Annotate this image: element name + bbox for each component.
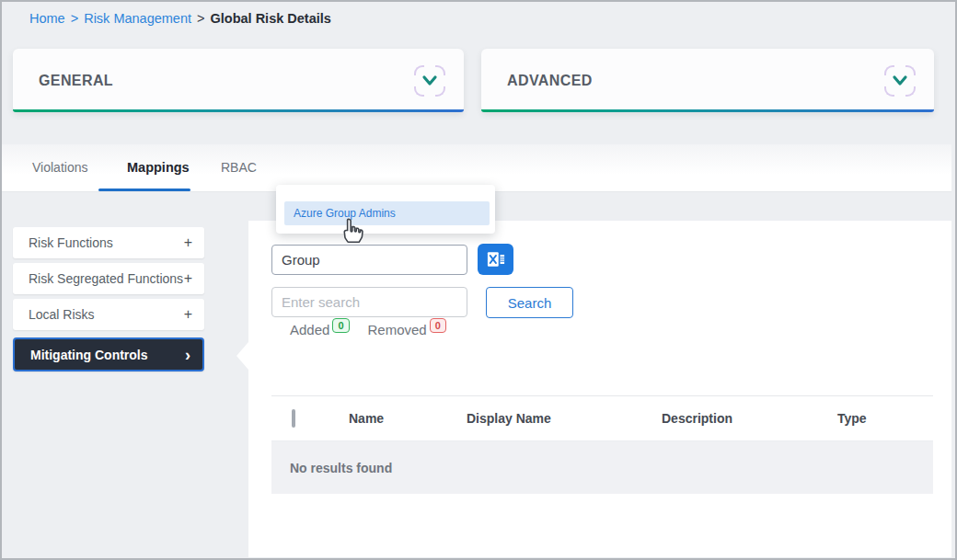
breadcrumb-separator: > <box>71 11 78 26</box>
change-counters: Added 0 Removed 0 <box>290 318 446 342</box>
table-header-row: Name Display Name Description Type <box>271 396 933 441</box>
breadcrumb: Home>Risk Management>Global Risk Details <box>29 11 331 26</box>
general-section-card: GENERAL <box>13 49 464 112</box>
global-risk-details-page: Home>Risk Management>Global Risk Details… <box>0 0 957 560</box>
sidebar-item-risk-functions[interactable]: Risk Functions + <box>13 227 204 258</box>
chevron-down-icon <box>892 74 908 87</box>
added-count-badge: 0 <box>332 318 349 333</box>
sidebar-item-label: Risk Functions <box>29 235 113 250</box>
mapping-type-dropdown: Azure Group Admins <box>276 185 495 234</box>
bracket-corner <box>435 86 445 97</box>
sidebar-item-local-risks[interactable]: Local Risks + <box>13 299 204 330</box>
sidebar-item-mitigating-controls[interactable]: Mitigating Controls › <box>13 337 204 371</box>
breadcrumb-risk-management-link[interactable]: Risk Management <box>84 11 191 26</box>
excel-export-button[interactable] <box>478 244 513 275</box>
sidebar-item-risk-segregated-functions[interactable]: Risk Segregated Functions + <box>13 263 204 294</box>
removed-label: Removed <box>368 318 427 342</box>
column-header-name: Name <box>336 411 454 426</box>
bracket-corner <box>414 86 424 97</box>
plus-icon: + <box>184 234 192 251</box>
column-header-description: Description <box>649 411 824 426</box>
chevron-down-icon <box>421 74 438 87</box>
advanced-section-title: ADVANCED <box>481 73 593 89</box>
sidebar-item-label: Risk Segregated Functions <box>29 271 183 286</box>
mapping-type-input[interactable] <box>271 245 467 275</box>
select-all-checkbox[interactable] <box>292 409 295 428</box>
general-expand-button[interactable] <box>414 65 445 97</box>
advanced-section-card: ADVANCED <box>481 49 934 112</box>
search-input[interactable] <box>271 287 467 317</box>
selected-item-pointer <box>236 342 248 370</box>
column-header-display-name: Display Name <box>454 411 649 426</box>
sidebar-item-label: Mitigating Controls <box>30 348 148 362</box>
column-header-type: Type <box>824 411 933 426</box>
plus-icon: + <box>184 270 192 287</box>
bracket-corner <box>905 86 916 97</box>
advanced-expand-button[interactable] <box>884 65 916 97</box>
breadcrumb-separator: > <box>197 11 204 26</box>
removed-count-badge: 0 <box>430 318 446 333</box>
excel-icon <box>486 250 506 269</box>
active-tab-underline <box>98 189 190 191</box>
tab-rbac[interactable]: RBAC <box>221 144 257 191</box>
tab-mappings[interactable]: Mappings <box>127 144 190 191</box>
search-button[interactable]: Search <box>486 287 573 318</box>
tab-violations[interactable]: Violations <box>32 144 87 191</box>
breadcrumb-current-page: Global Risk Details <box>210 11 330 26</box>
chevron-right-icon: › <box>185 347 190 363</box>
breadcrumb-home-link[interactable]: Home <box>29 11 65 26</box>
empty-results-message: No results found <box>271 441 933 494</box>
sidebar-item-label: Local Risks <box>29 307 95 322</box>
general-section-title: GENERAL <box>13 73 113 89</box>
dropdown-option-azure-group-admins[interactable]: Azure Group Admins <box>284 201 490 225</box>
bracket-corner <box>884 86 894 97</box>
results-table: Name Display Name Description Type No re… <box>271 395 933 494</box>
plus-icon: + <box>184 306 192 323</box>
added-label: Added <box>290 318 329 342</box>
